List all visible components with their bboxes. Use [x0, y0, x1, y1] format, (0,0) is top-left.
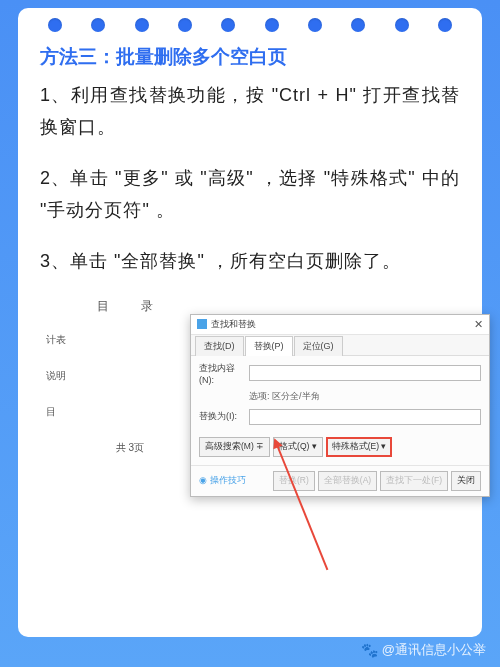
- find-replace-dialog: 查找和替换 ✕ 查找(D) 替换(P) 定位(G) 查找内容(N): 选项: 区…: [190, 314, 490, 497]
- find-next-button[interactable]: 查找下一处(F): [380, 471, 448, 491]
- notebook-page: 方法三：批量删除多个空白页 1、利用查找替换功能，按 "Ctrl + H" 打开…: [18, 8, 482, 637]
- replace-input[interactable]: [249, 409, 481, 425]
- tab-replace[interactable]: 替换(P): [245, 336, 293, 356]
- options-value: 区分全/半角: [272, 391, 320, 401]
- dialog-tabs: 查找(D) 替换(P) 定位(G): [191, 335, 489, 356]
- tip-link[interactable]: ◉ 操作技巧: [199, 474, 246, 487]
- step-1: 1、利用查找替换功能，按 "Ctrl + H" 打开查找替换窗口。: [40, 80, 460, 143]
- tab-goto[interactable]: 定位(G): [294, 336, 343, 356]
- close-button[interactable]: 关闭: [451, 471, 481, 491]
- ring-holes: [48, 18, 452, 32]
- step-2: 2、单击 "更多" 或 "高级" ，选择 "特殊格式" 中的 "手动分页符" 。: [40, 163, 460, 226]
- dialog-body: 查找内容(N): 选项: 区分全/半角 替换为(I): 高级搜索(M) ∓ 格式…: [191, 356, 489, 465]
- doc-toc-title: 目 录: [40, 298, 220, 315]
- replace-all-button[interactable]: 全部替换(A): [318, 471, 377, 491]
- close-icon[interactable]: ✕: [474, 319, 483, 329]
- find-label: 查找内容(N):: [199, 362, 249, 385]
- dialog-bottom: ◉ 操作技巧 替换(R) 全部替换(A) 查找下一处(F) 关闭: [191, 465, 489, 496]
- dialog-icon: [197, 319, 207, 329]
- screenshot-area: 目 录 计表 1 页 说明 1 页 目 1 页 共 3页 查找和替换 ✕ 查找: [40, 298, 460, 543]
- tab-find[interactable]: 查找(D): [195, 336, 244, 356]
- paw-icon: 🐾: [361, 642, 378, 658]
- advanced-search-button[interactable]: 高级搜索(M) ∓: [199, 437, 270, 457]
- step-3: 3、单击 "全部替换" ，所有空白页删除了。: [40, 246, 460, 278]
- options-label: 选项:: [249, 391, 270, 401]
- dialog-titlebar[interactable]: 查找和替换 ✕: [191, 315, 489, 335]
- watermark: 🐾 @通讯信息小公举: [361, 641, 486, 659]
- method-title: 方法三：批量删除多个空白页: [40, 44, 460, 70]
- special-format-button[interactable]: 特殊格式(E) ▾: [326, 437, 393, 457]
- watermark-text: @通讯信息小公举: [382, 641, 486, 659]
- find-input[interactable]: [249, 365, 481, 381]
- dialog-title: 查找和替换: [211, 318, 256, 331]
- replace-label: 替换为(I):: [199, 410, 249, 423]
